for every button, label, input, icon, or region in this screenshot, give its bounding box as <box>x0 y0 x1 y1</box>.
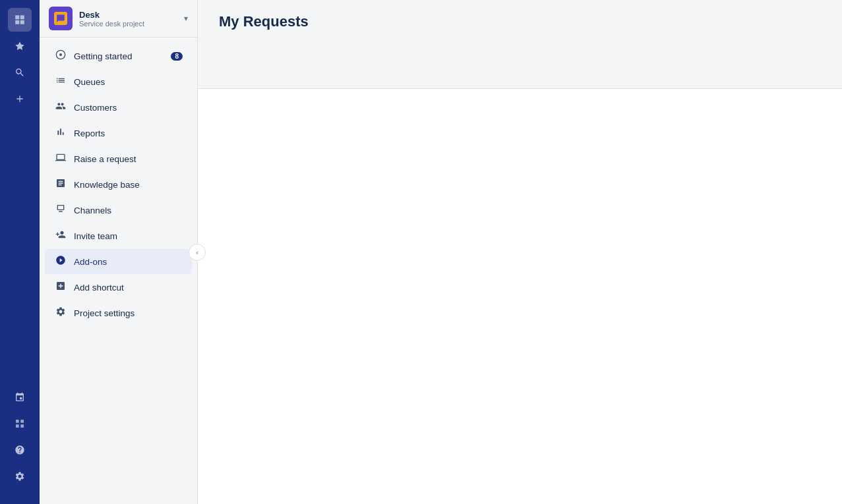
sidebar-item-label: Add-ons <box>74 257 107 267</box>
rail-search-icon[interactable] <box>8 61 32 84</box>
knowledge-base-icon <box>54 178 67 191</box>
rail-star-icon[interactable] <box>8 34 32 58</box>
sidebar-item-label: Add shortcut <box>74 283 124 293</box>
add-ons-icon <box>54 255 67 268</box>
top-gray-bar: My Requests <box>198 0 842 89</box>
sidebar-item-label: Project settings <box>74 308 135 318</box>
sidebar-item-label: Reports <box>74 128 105 138</box>
sidebar-item-add-shortcut[interactable]: Add shortcut <box>45 275 192 300</box>
page-title: My Requests <box>219 13 821 30</box>
sidebar-item-channels[interactable]: Channels <box>45 198 192 223</box>
sidebar-item-label: Customers <box>74 103 117 113</box>
rail-settings-icon[interactable] <box>8 464 32 488</box>
main-content: My Requests <box>198 0 842 504</box>
sidebar-collapse-button[interactable]: ‹ <box>189 244 206 261</box>
reports-icon <box>54 126 67 140</box>
channels-icon <box>54 204 67 217</box>
sidebar-item-project-settings[interactable]: Project settings <box>45 300 192 325</box>
nav-badge: 8 <box>171 52 183 61</box>
sidebar-item-queues[interactable]: Queues <box>45 69 192 94</box>
sidebar-item-label: Invite team <box>74 231 117 241</box>
project-info: Desk Service desk project <box>79 10 177 28</box>
page-title-area: My Requests <box>198 0 842 38</box>
rail-help-icon[interactable] <box>8 438 32 462</box>
svg-point-1 <box>59 53 62 56</box>
icon-rail <box>0 0 40 504</box>
project-icon <box>49 7 73 30</box>
raise-request-icon <box>54 152 67 165</box>
sidebar-item-raise-request[interactable]: Raise a request <box>45 146 192 171</box>
queues-icon <box>54 75 67 88</box>
sidebar-item-label: Getting started <box>74 51 133 61</box>
getting-started-icon <box>54 49 67 63</box>
project-icon-inner <box>54 12 67 25</box>
sidebar-item-label: Queues <box>74 77 105 87</box>
invite-team-icon <box>54 229 67 242</box>
sidebar-item-getting-started[interactable]: Getting started 8 <box>45 43 192 69</box>
project-subtitle: Service desk project <box>79 20 177 28</box>
sidebar-item-customers[interactable]: Customers <box>45 95 192 120</box>
sidebar-item-label: Knowledge base <box>74 180 140 190</box>
project-settings-icon <box>54 306 67 320</box>
content-area <box>198 89 842 504</box>
sidebar-item-knowledge-base[interactable]: Knowledge base <box>45 172 192 197</box>
sidebar-item-label: Raise a request <box>74 154 136 164</box>
project-chevron-icon[interactable]: ▾ <box>184 14 188 23</box>
sidebar: Desk Service desk project ▾ ‹ Getting st… <box>40 0 198 504</box>
sidebar-item-add-ons[interactable]: Add-ons <box>45 249 192 274</box>
sidebar-item-reports[interactable]: Reports <box>45 121 192 146</box>
sidebar-header: Desk Service desk project ▾ ‹ <box>40 0 197 38</box>
rail-home-icon[interactable] <box>8 8 32 32</box>
customers-icon <box>54 101 67 114</box>
rail-add-icon[interactable] <box>8 87 32 111</box>
add-shortcut-icon <box>54 281 67 294</box>
sidebar-item-label: Channels <box>74 206 111 215</box>
project-name: Desk <box>79 10 177 20</box>
sidebar-item-invite-team[interactable]: Invite team <box>45 223 192 248</box>
sidebar-nav: Getting started 8 Queues Customers Repor… <box>40 38 197 504</box>
rail-grid-icon[interactable] <box>8 412 32 435</box>
rail-pin-icon[interactable] <box>8 385 32 409</box>
